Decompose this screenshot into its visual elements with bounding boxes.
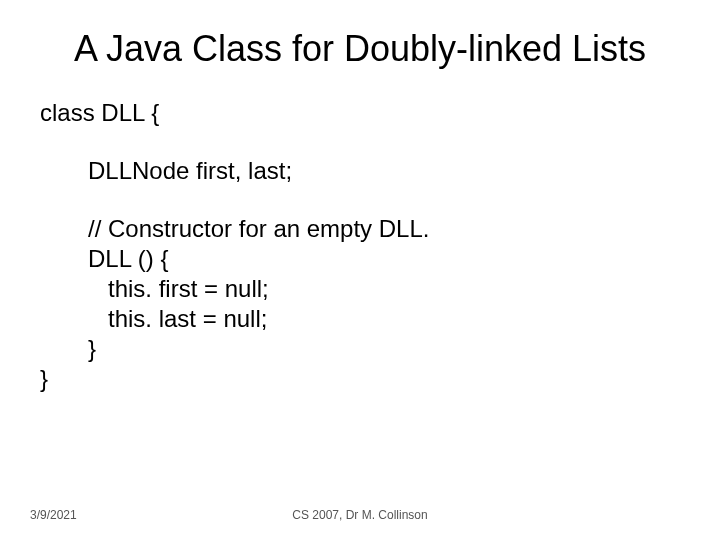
code-line: DLL () { [40,244,680,274]
code-line: // Constructor for an empty DLL. [40,214,680,244]
code-line: this. last = null; [40,304,680,334]
code-line: } [40,364,680,394]
code-line: DLLNode first, last; [40,156,680,186]
code-line: class DLL { [40,98,680,128]
code-block: class DLL { DLLNode first, last; // Cons… [40,98,680,394]
blank-line [40,128,680,156]
slide-title: A Java Class for Doubly-linked Lists [40,28,680,70]
code-line: } [40,334,680,364]
code-line: this. first = null; [40,274,680,304]
footer-center: CS 2007, Dr M. Collinson [292,508,427,522]
slide: A Java Class for Doubly-linked Lists cla… [0,0,720,540]
footer: 3/9/2021 CS 2007, Dr M. Collinson [0,508,720,522]
blank-line [40,186,680,214]
footer-date: 3/9/2021 [30,508,77,522]
